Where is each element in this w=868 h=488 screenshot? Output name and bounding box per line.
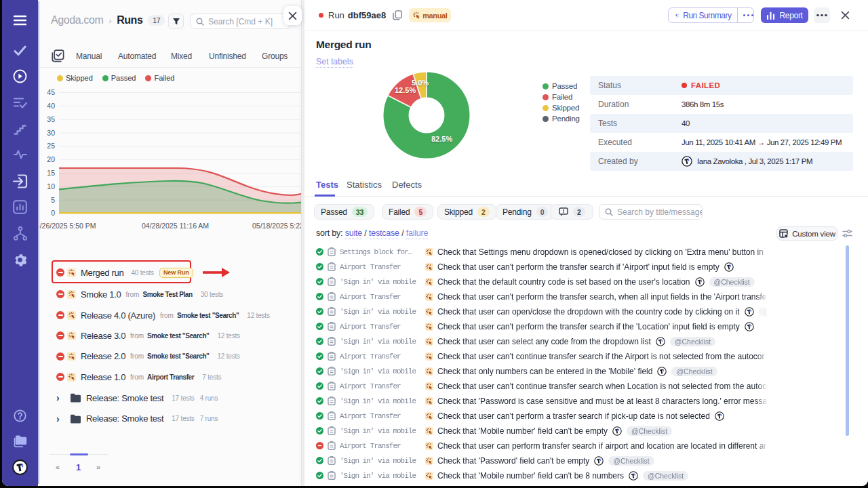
svg-text:35: 35 (47, 115, 55, 123)
svg-text:15: 15 (47, 169, 55, 177)
svg-text:0: 0 (51, 209, 55, 217)
svg-text:20: 20 (47, 155, 55, 163)
svg-text:30: 30 (47, 129, 55, 137)
svg-text:40: 40 (47, 102, 55, 110)
svg-text:5: 5 (51, 196, 55, 204)
svg-text:10: 10 (47, 182, 55, 190)
svg-text:45: 45 (47, 88, 55, 96)
svg-text:25: 25 (47, 142, 55, 150)
